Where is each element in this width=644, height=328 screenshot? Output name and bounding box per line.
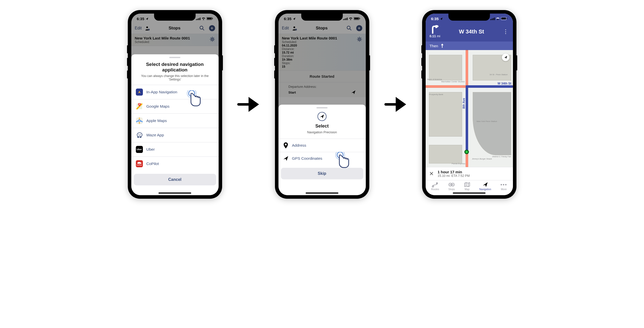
nav-street: W 34th St [444, 28, 499, 35]
map-poi: Jimmy's Burger Shack [472, 158, 492, 160]
svg-point-31 [450, 184, 451, 185]
sheet-subtitle: You can always change this selection lat… [139, 74, 211, 81]
uber-icon: Uber [136, 146, 143, 153]
tap-hand-icon [187, 90, 204, 110]
map-building-msg [473, 92, 511, 155]
map-route-segment [466, 85, 513, 88]
current-location-marker [464, 150, 469, 154]
cancel-button[interactable]: Cancel [134, 174, 216, 185]
map-view[interactable]: W 34th St 8th Ave Bank of America Manhat… [426, 50, 513, 167]
eta-bar: ✕ 1 hour 17 min 15.10 mi ETA 7:52 PM [426, 167, 513, 180]
stops-icon [448, 182, 455, 187]
map-poi: 34 St - Penn Station [490, 73, 508, 76]
home-indicator[interactable] [158, 192, 191, 194]
straight-icon [441, 44, 444, 48]
then-label: Then [430, 44, 438, 48]
notch [301, 14, 343, 21]
sheet-title: Select [286, 124, 359, 129]
option-label: Apple Maps [146, 118, 167, 123]
more-icon: ••• [500, 182, 507, 187]
map-building [429, 55, 462, 80]
option-label: Waze App [146, 133, 164, 137]
sheet-subtitle: Navigation Precision [287, 130, 358, 134]
map-route-segment [466, 85, 468, 153]
turn-indicator: 0.11 mi [430, 25, 440, 38]
svg-point-32 [452, 184, 453, 185]
notch [154, 14, 196, 21]
close-navigation-button[interactable]: ✕ [429, 171, 434, 177]
tab-map[interactable]: Map [464, 182, 470, 191]
tap-hand-icon [335, 152, 353, 172]
sheet-grabber[interactable] [316, 107, 328, 108]
option-address[interactable]: Address [278, 139, 366, 152]
svg-point-25 [140, 136, 141, 138]
option-label: Uber [146, 147, 155, 152]
precision-sheet: Select Navigation Precision Address GPS … [278, 105, 366, 195]
in-app-nav-icon [136, 89, 143, 96]
option-waze[interactable]: Waze App [131, 128, 219, 142]
option-google-maps[interactable]: Google Maps [131, 99, 219, 113]
flow-arrow-icon [384, 97, 407, 112]
map-building [429, 145, 462, 163]
copilot-icon: CoPilot [136, 160, 143, 167]
option-label: GPS Coordinates [292, 156, 323, 161]
option-label: CoPilot [146, 161, 159, 166]
map-poi: Manhattan Center Studios [441, 80, 465, 83]
map-poi: District C Thirsty Fan [492, 155, 511, 158]
option-in-app-navigation[interactable]: In-App Navigation [131, 85, 219, 99]
tab-more[interactable]: ••• More [500, 182, 507, 191]
map-street-label: W 34th St [498, 82, 511, 85]
map-poi: Panda Express [452, 162, 465, 165]
option-apple-maps[interactable]: Apple Maps [131, 113, 219, 128]
svg-point-24 [137, 136, 139, 138]
eta-duration: 1 hour 17 min [438, 170, 470, 174]
map-icon [464, 182, 470, 187]
location-services-icon [440, 17, 443, 20]
eta-distance: 15.10 mi [438, 174, 450, 178]
sheet-title: Select desired navigation application [138, 62, 212, 73]
routes-icon [432, 182, 438, 187]
map-poi: New York Penn Station [476, 120, 497, 122]
option-copilot[interactable]: CoPilot CoPilot [131, 156, 219, 171]
apple-maps-icon [136, 117, 143, 124]
map-poi: Prosperity Bank [429, 93, 443, 96]
option-label: Address [292, 143, 306, 148]
tab-stops[interactable]: Stops [448, 182, 455, 191]
eta-time: ETA 7:52 PM [451, 174, 470, 178]
notch [449, 14, 490, 21]
compass-button[interactable] [502, 54, 509, 61]
phone-screen-2: 6:35 Edit Stops + New York Last Mile Rou… [275, 10, 369, 199]
home-indicator[interactable] [306, 192, 338, 194]
option-label: In-App Navigation [146, 90, 177, 94]
option-uber[interactable]: Uber Uber [131, 142, 219, 156]
turn-distance: 0.11 [430, 34, 436, 38]
nav-menu-button[interactable]: ⋮ [503, 28, 509, 35]
svg-point-23 [140, 134, 141, 135]
cellular-icon [490, 17, 495, 20]
navigation-hero-icon [317, 112, 327, 121]
google-maps-icon [136, 103, 143, 110]
svg-point-18 [139, 104, 140, 105]
sheet-grabber[interactable] [169, 57, 180, 58]
navigation-icon [482, 182, 488, 187]
phone-screen-3: 6:35 0.11 mi W 34th St ⋮ Then [422, 10, 516, 199]
pin-icon [283, 142, 289, 148]
gps-arrow-icon [283, 156, 289, 161]
flow-arrow-icon [237, 97, 260, 112]
tab-routes[interactable]: Routes [431, 182, 439, 191]
map-building [429, 92, 462, 137]
turn-right-icon [430, 25, 439, 34]
map-avenue-label: 8th Ave [462, 98, 466, 108]
svg-rect-27 [138, 162, 140, 163]
phone-screen-1: 6:35 Edit Stops + New York Last Mile Rou… [128, 10, 222, 199]
option-label: Google Maps [146, 104, 170, 109]
map-poi: Bank of America [427, 78, 442, 80]
nav-then-bar: Then [426, 42, 513, 50]
nav-app-sheet: Select desired navigation application Yo… [131, 54, 219, 195]
waze-icon [136, 132, 143, 139]
home-indicator[interactable] [453, 192, 486, 194]
svg-point-22 [138, 134, 139, 135]
wifi-icon [496, 17, 500, 20]
battery-icon [501, 17, 507, 20]
tab-navigation[interactable]: Navigation [479, 182, 491, 191]
